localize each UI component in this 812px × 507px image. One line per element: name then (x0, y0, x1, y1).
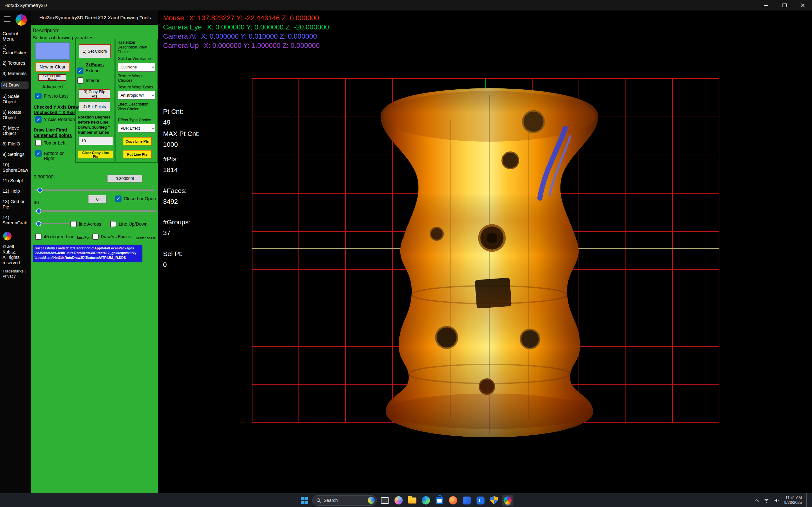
app-orange-button[interactable] (448, 495, 459, 506)
security-button[interactable] (489, 495, 500, 506)
volume-icon[interactable] (774, 498, 780, 503)
trademarks-link[interactable]: Trademarks (3, 269, 23, 274)
drawarc-radius-checkbox[interactable] (92, 233, 99, 240)
segments-slider-thumb[interactable] (36, 209, 41, 214)
line-up-down-label: Line Up/Down (119, 221, 148, 227)
link-separator: | (25, 269, 26, 274)
taskbar: Search L (0, 493, 812, 507)
closed-or-open-checkbox[interactable]: ✓ (115, 195, 121, 202)
advanced-link[interactable]: Advanced (35, 84, 70, 89)
sidebar-item-spheredraw[interactable]: 10) SphereDraw (3, 162, 29, 173)
copyright-line: All rights (3, 255, 29, 260)
float-slider-thumb[interactable] (38, 187, 43, 193)
vase-3d-object (365, 82, 618, 444)
sidebar-item-fileio[interactable]: 8) FileIO (3, 141, 29, 147)
draw-line-note-line1: Draw Line First! (34, 127, 67, 133)
camera-up-values: X: 0.000000 Y: 1.000000 Z: 0.000000 (204, 42, 319, 49)
int-value-box[interactable]: 0 (88, 195, 107, 204)
camera-up-readout: Camera UpX: 0.000000 Y: 1.000000 Z: 0.00… (163, 42, 320, 50)
interior-checkbox[interactable] (77, 77, 84, 83)
y-axis-note-line2: Unchecked = X Axis (34, 110, 76, 115)
search-icon (316, 498, 321, 503)
maximize-button[interactable] (775, 0, 794, 10)
store-button[interactable] (434, 495, 445, 506)
cursor-lock-reset-button[interactable]: Cursor Lock Reset (38, 74, 66, 81)
clear-copy-line-pts-button[interactable]: Clear Copy Line Pts (78, 151, 113, 158)
sidebar-item-colorpicker[interactable]: 1) ColorPicker (3, 45, 29, 55)
chevron-up-icon[interactable] (755, 499, 759, 502)
show-desktop-button[interactable] (806, 493, 808, 507)
copy-line-pts-button[interactable]: Copy Line Pts (123, 137, 152, 146)
drawing-tools-panel: Hot3dxSymmetry3D DirectX12 Xaml Drawing … (31, 10, 158, 493)
line-across-label: line Across (79, 221, 101, 227)
copyright-line: © Jeff Kubitz. (3, 244, 29, 255)
new-or-clear-button[interactable]: New or Clear (35, 62, 70, 72)
sidebar-item-screengrab[interactable]: 14) ScreenGrab (3, 215, 29, 226)
bottom-or-right-checkbox[interactable]: ✓ (35, 150, 42, 157)
line-mode-slider-thumb[interactable] (36, 221, 41, 226)
app-blue-button[interactable] (461, 495, 473, 506)
file-explorer-icon (408, 498, 416, 504)
sidebar-item-textures[interactable]: 2) Textures (3, 60, 29, 66)
start-button[interactable] (299, 495, 310, 506)
line-mode-slider[interactable] (34, 221, 69, 226)
minimize-button[interactable] (757, 0, 775, 10)
float-value-box[interactable]: 0.300000f (107, 175, 142, 182)
app-l-button[interactable]: L (475, 495, 486, 506)
set-points-button[interactable]: 4) Set Points (79, 102, 110, 111)
color-swatch[interactable] (35, 43, 70, 60)
exterior-checkbox[interactable]: ✓ (77, 67, 84, 74)
rotation-degrees-note: Rotation Degrees before next Line Drawn.… (78, 115, 113, 135)
first-to-last-checkbox[interactable]: ✓ (35, 93, 42, 99)
hot3dx-app-button[interactable] (502, 495, 513, 506)
sidebar-item-settings[interactable]: 9) Settings (3, 152, 29, 157)
stat-label: Sel Pt: (163, 250, 183, 258)
clock-date: 9/23/2025 (784, 500, 802, 505)
line-across-checkbox[interactable] (70, 221, 77, 227)
store-icon (436, 497, 444, 504)
sidebar-item-scale-object[interactable]: 5) Scale Object (3, 94, 29, 105)
float-slider-label: 0.300000f (34, 174, 55, 179)
cull-mode-dropdown[interactable]: CullNone ▾ (118, 63, 155, 72)
close-button[interactable] (794, 0, 812, 10)
y-axis-rotation-checkbox[interactable]: ✓ (35, 116, 42, 123)
pt-cnt-stat: Pt Cnt: 49 (163, 108, 183, 126)
app-window: Hot3dxSymmetry3D Control Menu 1) ColorPi… (0, 0, 812, 507)
search-input[interactable]: Search (312, 495, 377, 506)
float-slider[interactable] (35, 187, 154, 193)
deg45-line-checkbox[interactable] (35, 233, 42, 240)
panel-header: Hot3dxSymmetry3D DirectX12 Xaml Drawing … (31, 10, 158, 25)
copilot-button[interactable] (393, 495, 404, 506)
sidebar-item-grid-or-pic[interactable]: 13) Grid or Pic (3, 199, 29, 210)
texture-wrap-dropdown[interactable]: Anistropic Wr ▾ (118, 91, 155, 100)
stat-value: 1814 (163, 166, 178, 174)
segments-slider[interactable] (34, 209, 156, 214)
put-line-pts-button[interactable]: Put Line Pts (123, 150, 152, 158)
status-message: Successfully Loaded: C:\Users\hot3d\AppD… (33, 245, 142, 262)
effect-type-dropdown[interactable]: PBR Effect ▾ (118, 124, 155, 132)
edge-button[interactable] (420, 495, 432, 506)
hot3dx-pinwheel-icon (503, 496, 512, 505)
wifi-icon[interactable] (763, 498, 769, 503)
sidebar-item-sculpt[interactable]: 11) Sculpt (3, 178, 29, 183)
sidebar-item-draw[interactable]: 4) Draw! (1, 81, 29, 89)
center-of-arc-label: Center of Arc (136, 236, 156, 240)
sidebar-item-rotate-object[interactable]: 6) Rotate Object (3, 110, 29, 120)
sidebar-item-materials[interactable]: 3) Materials (3, 71, 29, 76)
set-colors-button[interactable]: 1) Set Colors (79, 44, 111, 58)
privacy-link[interactable]: Privacy (3, 274, 15, 279)
rotation-degrees-input[interactable]: 10 (79, 136, 113, 145)
copy-flip-pts-button[interactable]: 3) Copy Flip Pts (79, 89, 110, 99)
top-or-left-checkbox[interactable] (35, 140, 42, 146)
search-highlights-icon[interactable] (368, 497, 375, 504)
camera-eye-values: X: 0.000000 Y: 0.000000 Z: -20.000000 (207, 23, 329, 31)
line-up-down-checkbox[interactable] (110, 221, 116, 227)
sidebar-item-help[interactable]: 12) Help (3, 188, 29, 194)
task-view-button[interactable] (379, 495, 391, 506)
sidebar-item-move-object[interactable]: 7) Move Object (3, 125, 29, 136)
clock[interactable]: 11:41 AM 9/23/2025 (784, 496, 802, 505)
stat-value: 3492 (163, 198, 187, 205)
file-explorer-button[interactable] (407, 495, 418, 506)
hamburger-menu-icon[interactable] (4, 16, 10, 23)
texture-wrap-types-label: Texture Wrap Types (118, 85, 153, 89)
